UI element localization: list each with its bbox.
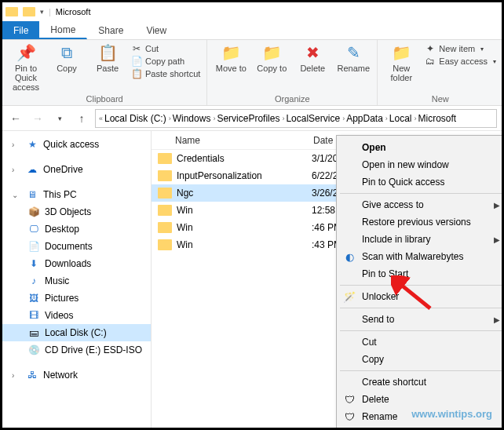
crumb[interactable]: LocalService›: [286, 113, 345, 124]
app-folder-icon: [5, 7, 18, 16]
qat-folder-icon[interactable]: [23, 7, 35, 16]
sidebar-item-documents[interactable]: 📄Documents: [2, 238, 151, 255]
ctx-open[interactable]: Open: [338, 139, 504, 156]
move-to-icon: 📁: [220, 43, 242, 62]
move-to-button[interactable]: 📁Move to: [214, 43, 248, 73]
crumb[interactable]: Microsoft: [418, 113, 457, 124]
tab-share[interactable]: Share: [87, 21, 135, 39]
new-folder-button[interactable]: 📁New folder: [384, 43, 418, 82]
sidebar-item-local-disk[interactable]: 🖴Local Disk (C:): [2, 324, 151, 341]
context-menu: Open Open in new window Pin to Quick acc…: [336, 135, 504, 430]
ctx-pin-start[interactable]: Pin to Start: [338, 265, 504, 282]
copy-path-button[interactable]: 📄Copy path: [131, 56, 200, 67]
crumb[interactable]: ServiceProfiles›: [217, 113, 284, 124]
disk-icon: 🖴: [27, 327, 40, 338]
rename-icon: ✎: [342, 43, 364, 62]
ctx-send-to[interactable]: Send to▶: [338, 311, 504, 328]
separator: [340, 193, 504, 194]
sidebar-item-3d[interactable]: 📦3D Objects: [2, 203, 151, 220]
folder-icon: [158, 188, 172, 199]
group-clipboard: 📌 Pin to Quick access ⧉ Copy 📋 Paste ✂Cu…: [2, 40, 207, 105]
easy-access-button[interactable]: 🗂Easy access▾: [425, 56, 496, 67]
desktop-icon: 🖵: [27, 224, 40, 235]
cloud-icon: ☁: [26, 164, 38, 175]
folder-icon: [158, 222, 172, 233]
nav-back-button[interactable]: ←: [7, 110, 24, 127]
new-folder-icon: 📁: [390, 43, 412, 62]
ctx-pin-quick-access[interactable]: Pin to Quick access: [338, 173, 504, 191]
group-organize: 📁Move to 📁Copy to ✖Delete ✎Rename Organi…: [207, 40, 378, 105]
music-icon: ♪: [27, 275, 40, 286]
sidebar-item-downloads[interactable]: ⬇Downloads: [2, 255, 151, 272]
ctx-open-new-window[interactable]: Open in new window: [338, 156, 504, 173]
pin-quick-access-button[interactable]: 📌 Pin to Quick access: [9, 43, 43, 92]
sidebar-this-pc[interactable]: ⌄🖥This PC: [2, 186, 151, 203]
crumb[interactable]: Local›: [389, 113, 417, 124]
ctx-delete[interactable]: 🛡Delete: [338, 391, 504, 408]
new-item-button[interactable]: ✦New item▾: [425, 43, 496, 54]
cut-button[interactable]: ✂Cut: [131, 43, 200, 54]
nav-recent-button[interactable]: ▾: [51, 110, 68, 127]
copy-to-button[interactable]: 📁Copy to: [254, 43, 289, 73]
tab-home[interactable]: Home: [39, 21, 87, 39]
network-icon: 🖧: [26, 370, 38, 381]
path-box[interactable]: « Local Disk (C:)› Windows› ServiceProfi…: [95, 109, 497, 128]
sidebar-item-cd-drive[interactable]: 💿CD Drive (E:) ESD-ISO: [2, 341, 151, 359]
crumb[interactable]: Windows›: [173, 113, 216, 124]
sidebar-onedrive[interactable]: ›☁OneDrive: [2, 161, 151, 178]
sidebar-item-music[interactable]: ♪Music: [2, 272, 151, 290]
malwarebytes-icon: ◐: [343, 250, 356, 263]
sidebar-item-videos[interactable]: 🎞Videos: [2, 307, 151, 324]
copy-to-icon: 📁: [261, 43, 283, 62]
titlebar: ▾ | Microsoft: [2, 2, 502, 21]
nav-forward-button[interactable]: →: [29, 110, 46, 127]
ribbon: 📌 Pin to Quick access ⧉ Copy 📋 Paste ✂Cu…: [2, 40, 502, 106]
qat-dropdown-icon[interactable]: ▾: [40, 8, 44, 16]
ctx-give-access-to[interactable]: Give access to▶: [338, 196, 504, 213]
folder-icon: [158, 239, 172, 250]
pc-icon: 🖥: [26, 189, 38, 200]
address-bar: ← → ▾ ↑ « Local Disk (C:)› Windows› Serv…: [2, 106, 502, 131]
ctx-create-shortcut[interactable]: Create shortcut: [338, 374, 504, 391]
col-name[interactable]: Name: [152, 135, 309, 146]
pin-icon: 📌: [15, 43, 37, 62]
tab-view[interactable]: View: [135, 21, 178, 39]
chevron-right-icon: ▶: [494, 315, 500, 324]
sidebar-item-desktop[interactable]: 🖵Desktop: [2, 220, 151, 238]
ctx-scan-malwarebytes[interactable]: ◐Scan with Malwarebytes: [338, 248, 504, 265]
separator: [340, 308, 504, 308]
tab-file[interactable]: File: [2, 21, 39, 39]
paste-button[interactable]: 📋 Paste: [90, 43, 125, 73]
menubar: File Home Share View: [2, 21, 502, 40]
ctx-restore-previous[interactable]: Restore previous versions: [338, 213, 504, 231]
paste-shortcut-button[interactable]: 📋Paste shortcut: [131, 68, 200, 79]
rename-button[interactable]: ✎Rename: [336, 43, 371, 73]
copy-button[interactable]: ⧉ Copy: [49, 43, 84, 73]
shield-rename-icon: 🛡: [343, 410, 356, 423]
videos-icon: 🎞: [27, 310, 40, 321]
file-list: Name Date modified Type Size Credentials…: [152, 131, 502, 428]
content-area: ›★Quick access ›☁OneDrive ⌄🖥This PC 📦3D …: [2, 131, 502, 428]
group-new: 📁New folder ✦New item▾ 🗂Easy access▾ New: [378, 40, 502, 105]
separator: [340, 370, 504, 371]
ctx-unlocker[interactable]: 🪄Unlocker: [338, 288, 504, 305]
nav-up-button[interactable]: ↑: [73, 110, 90, 127]
sidebar-quick-access[interactable]: ›★Quick access: [2, 136, 151, 153]
ctx-cut[interactable]: Cut: [338, 333, 504, 351]
sidebar-item-pictures[interactable]: 🖼Pictures: [2, 290, 151, 307]
copy-path-icon: 📄: [131, 56, 142, 67]
ctx-include-library[interactable]: Include in library▶: [338, 231, 504, 248]
crumb[interactable]: Local Disk (C:)›: [104, 113, 171, 124]
sidebar-network[interactable]: ›🖧Network: [2, 366, 151, 384]
watermark: www.wintips.org: [411, 408, 492, 420]
ctx-copy[interactable]: Copy: [338, 351, 504, 368]
paste-shortcut-icon: 📋: [131, 68, 142, 79]
new-item-icon: ✦: [425, 43, 436, 54]
pictures-icon: 🖼: [27, 293, 40, 304]
delete-button[interactable]: ✖Delete: [295, 43, 330, 73]
cut-icon: ✂: [131, 43, 142, 54]
copy-icon: ⧉: [56, 43, 78, 62]
crumb[interactable]: AppData›: [346, 113, 388, 124]
sidebar: ›★Quick access ›☁OneDrive ⌄🖥This PC 📦3D …: [2, 131, 152, 428]
window-title: Microsoft: [56, 7, 91, 16]
